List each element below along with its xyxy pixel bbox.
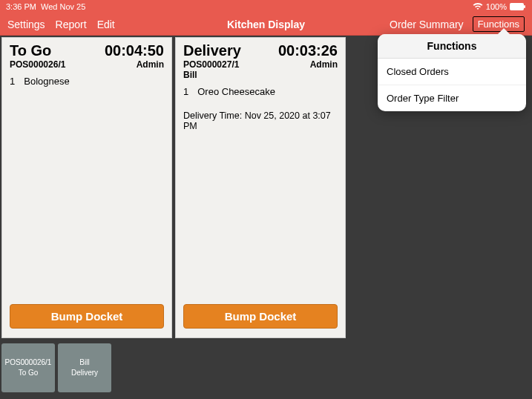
battery-icon [510,3,526,10]
popover-title: Functions [378,34,526,59]
docket-item: 1 Oreo Cheesecake [183,86,338,97]
nav-order-summary[interactable]: Order Summary [390,19,464,30]
docket-card: To Go 00:04:50 POS000026/1 Admin 1 Bolog… [1,37,172,338]
svg-rect-1 [524,5,525,8]
popover-item-closed-orders[interactable]: Closed Orders [378,59,526,85]
docket-card: Delivery 00:03:26 POS000027/1 Admin Bill… [175,37,346,338]
nav-settings[interactable]: Settings [7,19,45,30]
docket-timer: 00:03:26 [278,42,338,59]
bump-docket-button[interactable]: Bump Docket [10,304,164,329]
functions-popover: Functions Closed Orders Order Type Filte… [378,34,526,111]
order-tab[interactable]: Bill Delivery [58,343,111,392]
docket-user: Admin [310,59,338,70]
nav-bar: Settings Report Edit Kitchen Display Ord… [0,13,532,36]
status-bar: 3:36 PM Wed Nov 25 100% [0,0,532,13]
battery-percent: 100% [486,2,507,11]
item-name: Oreo Cheesecake [197,86,275,97]
tab-line2: To Go [19,368,39,378]
svg-rect-0 [510,3,524,10]
tab-line1: POS000026/1 [5,357,52,368]
docket-order-num: POS000027/1 [183,59,239,70]
docket-type: Delivery [183,42,241,59]
item-qty: 1 [183,86,188,97]
docket-order-num: POS000026/1 [10,59,65,70]
tab-line2: Delivery [71,368,98,378]
delivery-time: Delivery Time: Nov 25, 2020 at 3:07 PM [183,111,338,131]
nav-report[interactable]: Report [56,19,87,30]
docket-timer: 00:04:50 [105,42,164,59]
nav-edit[interactable]: Edit [97,19,115,30]
item-name: Bolognese [24,76,69,87]
order-tab[interactable]: POS000026/1 To Go [1,343,55,392]
tab-line1: Bill [79,357,89,368]
docket-item: 1 Bolognese [10,76,164,87]
popover-item-order-type-filter[interactable]: Order Type Filter [378,85,526,111]
docket-type: To Go [10,42,51,59]
page-title: Kitchen Display [227,19,305,30]
bump-docket-button[interactable]: Bump Docket [183,304,338,329]
status-time: 3:36 PM [6,2,36,11]
bottom-tabs: POS000026/1 To Go Bill Delivery [0,341,532,395]
docket-user: Admin [137,59,164,70]
wifi-icon [473,3,483,10]
status-date: Wed Nov 25 [41,2,85,11]
item-qty: 1 [10,76,15,87]
docket-sub: Bill [183,70,338,80]
